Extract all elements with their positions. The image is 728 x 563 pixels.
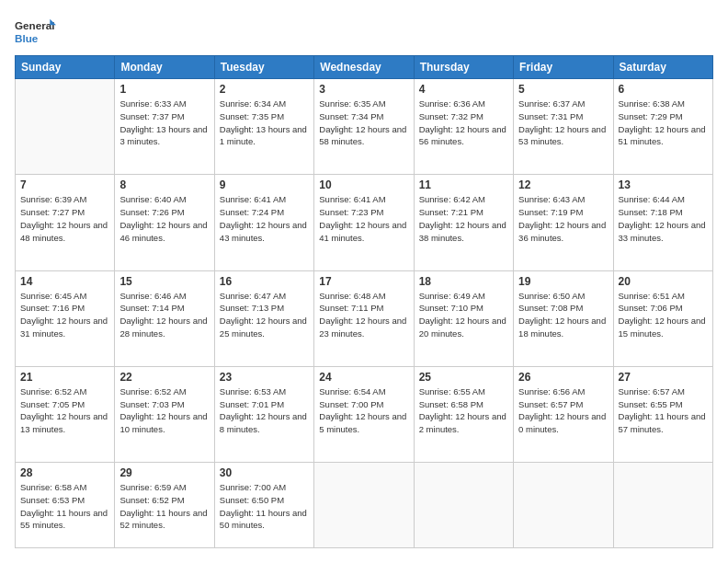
day-number: 6 (619, 83, 708, 96)
day-number: 8 (119, 178, 209, 191)
calendar-cell (16, 79, 115, 175)
calendar-cell (414, 463, 513, 548)
day-number: 29 (119, 466, 209, 479)
day-number: 15 (119, 275, 209, 288)
day-number: 23 (220, 371, 309, 384)
calendar-cell (314, 463, 414, 548)
day-info: Sunrise: 6:45 AM Sunset: 7:16 PM Dayligh… (20, 290, 109, 340)
calendar-cell: 20Sunrise: 6:51 AM Sunset: 7:06 PM Dayli… (613, 270, 712, 366)
calendar-cell: 2Sunrise: 6:34 AM Sunset: 7:35 PM Daylig… (214, 79, 313, 175)
day-number: 17 (319, 275, 408, 288)
day-info: Sunrise: 6:56 AM Sunset: 6:57 PM Dayligh… (518, 385, 608, 436)
calendar-cell: 3Sunrise: 6:35 AM Sunset: 7:34 PM Daylig… (314, 79, 414, 175)
calendar-cell: 17Sunrise: 6:48 AM Sunset: 7:11 PM Dayli… (314, 270, 414, 366)
calendar-cell: 21Sunrise: 6:52 AM Sunset: 7:05 PM Dayli… (16, 366, 115, 462)
day-info: Sunrise: 6:49 AM Sunset: 7:10 PM Dayligh… (419, 290, 508, 340)
calendar-cell: 10Sunrise: 6:41 AM Sunset: 7:23 PM Dayli… (314, 175, 414, 270)
weekday-header-saturday: Saturday (613, 56, 712, 79)
calendar-cell: 5Sunrise: 6:37 AM Sunset: 7:31 PM Daylig… (514, 79, 613, 175)
day-number: 2 (220, 83, 309, 96)
day-number: 11 (419, 178, 508, 191)
day-info: Sunrise: 6:43 AM Sunset: 7:19 PM Dayligh… (518, 193, 608, 244)
calendar-cell: 12Sunrise: 6:43 AM Sunset: 7:19 PM Dayli… (514, 175, 613, 270)
calendar-cell: 1Sunrise: 6:33 AM Sunset: 7:37 PM Daylig… (115, 79, 214, 175)
day-number: 26 (518, 371, 608, 384)
day-info: Sunrise: 7:00 AM Sunset: 6:50 PM Dayligh… (220, 481, 309, 532)
day-number: 24 (319, 371, 408, 384)
logo-icon: GeneralBlue (15, 15, 61, 48)
day-info: Sunrise: 6:44 AM Sunset: 7:18 PM Dayligh… (619, 193, 708, 244)
day-info: Sunrise: 6:35 AM Sunset: 7:34 PM Dayligh… (319, 98, 408, 148)
day-info: Sunrise: 6:50 AM Sunset: 7:08 PM Dayligh… (518, 290, 608, 340)
svg-text:General: General (15, 19, 54, 31)
header: GeneralBlue (15, 15, 713, 48)
day-info: Sunrise: 6:46 AM Sunset: 7:14 PM Dayligh… (119, 290, 209, 340)
day-info: Sunrise: 6:57 AM Sunset: 6:55 PM Dayligh… (619, 385, 708, 436)
calendar-cell: 26Sunrise: 6:56 AM Sunset: 6:57 PM Dayli… (514, 366, 613, 462)
day-number: 22 (119, 371, 209, 384)
calendar-cell: 7Sunrise: 6:39 AM Sunset: 7:27 PM Daylig… (16, 175, 115, 270)
day-info: Sunrise: 6:54 AM Sunset: 7:00 PM Dayligh… (319, 385, 408, 436)
calendar-week-0: 1Sunrise: 6:33 AM Sunset: 7:37 PM Daylig… (16, 79, 713, 175)
weekday-header-friday: Friday (514, 56, 613, 79)
calendar-cell: 19Sunrise: 6:50 AM Sunset: 7:08 PM Dayli… (514, 270, 613, 366)
day-info: Sunrise: 6:47 AM Sunset: 7:13 PM Dayligh… (220, 290, 309, 340)
day-number: 1 (119, 83, 209, 96)
weekday-header-sunday: Sunday (16, 56, 115, 79)
logo: GeneralBlue (15, 15, 64, 48)
day-info: Sunrise: 6:40 AM Sunset: 7:26 PM Dayligh… (119, 193, 209, 244)
day-info: Sunrise: 6:59 AM Sunset: 6:52 PM Dayligh… (119, 481, 209, 532)
calendar-cell: 25Sunrise: 6:55 AM Sunset: 6:58 PM Dayli… (414, 366, 513, 462)
day-info: Sunrise: 6:36 AM Sunset: 7:32 PM Dayligh… (419, 98, 508, 148)
day-number: 27 (619, 371, 708, 384)
day-number: 4 (419, 83, 508, 96)
calendar-cell: 6Sunrise: 6:38 AM Sunset: 7:29 PM Daylig… (613, 79, 712, 175)
calendar-cell: 18Sunrise: 6:49 AM Sunset: 7:10 PM Dayli… (414, 270, 513, 366)
day-info: Sunrise: 6:42 AM Sunset: 7:21 PM Dayligh… (419, 193, 508, 244)
calendar-cell: 9Sunrise: 6:41 AM Sunset: 7:24 PM Daylig… (214, 175, 313, 270)
calendar-cell: 22Sunrise: 6:52 AM Sunset: 7:03 PM Dayli… (115, 366, 214, 462)
calendar-cell: 4Sunrise: 6:36 AM Sunset: 7:32 PM Daylig… (414, 79, 513, 175)
calendar-week-1: 7Sunrise: 6:39 AM Sunset: 7:27 PM Daylig… (16, 175, 713, 270)
day-number: 13 (619, 178, 708, 191)
day-info: Sunrise: 6:53 AM Sunset: 7:01 PM Dayligh… (220, 385, 309, 436)
calendar-cell: 11Sunrise: 6:42 AM Sunset: 7:21 PM Dayli… (414, 175, 513, 270)
day-info: Sunrise: 6:52 AM Sunset: 7:03 PM Dayligh… (119, 385, 209, 436)
day-number: 25 (419, 371, 508, 384)
day-number: 9 (220, 178, 309, 191)
weekday-header-wednesday: Wednesday (314, 56, 414, 79)
calendar-cell: 27Sunrise: 6:57 AM Sunset: 6:55 PM Dayli… (613, 366, 712, 462)
day-info: Sunrise: 6:34 AM Sunset: 7:35 PM Dayligh… (220, 98, 309, 148)
day-number: 12 (518, 178, 608, 191)
day-number: 19 (518, 275, 608, 288)
calendar-cell: 8Sunrise: 6:40 AM Sunset: 7:26 PM Daylig… (115, 175, 214, 270)
weekday-header-monday: Monday (115, 56, 214, 79)
day-number: 28 (20, 466, 109, 479)
day-number: 16 (220, 275, 309, 288)
weekday-header-tuesday: Tuesday (214, 56, 313, 79)
calendar-cell: 24Sunrise: 6:54 AM Sunset: 7:00 PM Dayli… (314, 366, 414, 462)
calendar-cell: 15Sunrise: 6:46 AM Sunset: 7:14 PM Dayli… (115, 270, 214, 366)
day-info: Sunrise: 6:51 AM Sunset: 7:06 PM Dayligh… (619, 290, 708, 340)
day-info: Sunrise: 6:33 AM Sunset: 7:37 PM Dayligh… (119, 98, 209, 148)
calendar-cell: 16Sunrise: 6:47 AM Sunset: 7:13 PM Dayli… (214, 270, 313, 366)
calendar-week-4: 28Sunrise: 6:58 AM Sunset: 6:53 PM Dayli… (16, 463, 713, 548)
weekday-header-row: SundayMondayTuesdayWednesdayThursdayFrid… (16, 56, 713, 79)
day-number: 21 (20, 371, 109, 384)
day-info: Sunrise: 6:52 AM Sunset: 7:05 PM Dayligh… (20, 385, 109, 436)
page: GeneralBlue SundayMondayTuesdayWednesday… (0, 0, 728, 563)
calendar-cell: 13Sunrise: 6:44 AM Sunset: 7:18 PM Dayli… (613, 175, 712, 270)
day-info: Sunrise: 6:37 AM Sunset: 7:31 PM Dayligh… (518, 98, 608, 148)
calendar-cell: 23Sunrise: 6:53 AM Sunset: 7:01 PM Dayli… (214, 366, 313, 462)
day-info: Sunrise: 6:48 AM Sunset: 7:11 PM Dayligh… (319, 290, 408, 340)
day-info: Sunrise: 6:39 AM Sunset: 7:27 PM Dayligh… (20, 193, 109, 244)
day-number: 14 (20, 275, 109, 288)
calendar-week-2: 14Sunrise: 6:45 AM Sunset: 7:16 PM Dayli… (16, 270, 713, 366)
day-info: Sunrise: 6:38 AM Sunset: 7:29 PM Dayligh… (619, 98, 708, 148)
calendar-cell: 28Sunrise: 6:58 AM Sunset: 6:53 PM Dayli… (16, 463, 115, 548)
day-number: 7 (20, 178, 109, 191)
calendar-cell: 30Sunrise: 7:00 AM Sunset: 6:50 PM Dayli… (214, 463, 313, 548)
day-info: Sunrise: 6:41 AM Sunset: 7:24 PM Dayligh… (220, 193, 309, 244)
day-number: 10 (319, 178, 408, 191)
calendar-cell (613, 463, 712, 548)
